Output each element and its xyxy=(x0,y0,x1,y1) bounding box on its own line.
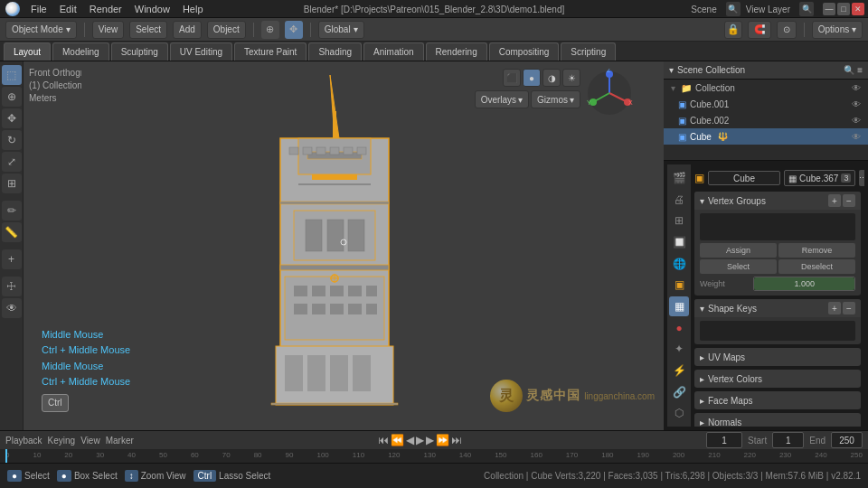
tab-modeling[interactable]: Modeling xyxy=(52,42,109,61)
search-icon[interactable]: 🔍 xyxy=(726,2,741,16)
outliner-filter[interactable]: ≡ xyxy=(857,65,863,75)
material-icon[interactable]: ● xyxy=(669,318,689,338)
outliner-item-cube002[interactable]: ▣ Cube.002 👁 xyxy=(664,112,868,128)
rendered-btn[interactable]: ☀ xyxy=(562,69,580,87)
maximize-btn[interactable]: □ xyxy=(837,3,850,15)
prev-frame-btn[interactable]: ◀ xyxy=(406,434,414,446)
mode-dropdown[interactable]: Object Mode ▾ xyxy=(5,21,77,39)
menu-edit[interactable]: Edit xyxy=(54,2,82,16)
keying-menu[interactable]: Keying xyxy=(48,436,76,446)
menu-render[interactable]: Render xyxy=(84,2,127,16)
gizmo-axes[interactable]: Z X Y xyxy=(585,69,635,118)
current-frame-input[interactable]: 1 xyxy=(706,432,742,448)
face-maps-header[interactable]: ▸Face Maps xyxy=(694,391,861,409)
global-dropdown[interactable]: Global▾ xyxy=(318,21,364,39)
viewport[interactable]: Front Orthographic (Local) (1) Collectio… xyxy=(24,61,664,430)
options-btn[interactable]: Options ▾ xyxy=(812,21,863,39)
next-frame-btn[interactable]: ▶ xyxy=(426,434,434,446)
move-tool-left[interactable]: ✥ xyxy=(2,108,22,128)
viewport-lock[interactable]: 🔒 xyxy=(724,21,742,39)
outliner-search[interactable]: 🔍 xyxy=(844,65,854,75)
output-icon[interactable]: 🖨 xyxy=(669,190,689,210)
marker-menu[interactable]: Marker xyxy=(106,436,134,446)
object-data-icon2[interactable]: ⬡ xyxy=(669,403,689,423)
menu-file[interactable]: File xyxy=(25,2,52,16)
close-btn[interactable]: ✕ xyxy=(852,3,864,15)
mesh-name-input[interactable]: ▦ Cube.367 3 xyxy=(784,170,855,186)
tab-sculpting[interactable]: Sculpting xyxy=(111,42,168,61)
menu-window[interactable]: Window xyxy=(129,2,175,16)
view-search-icon[interactable]: 🔍 xyxy=(799,2,814,16)
cursor-tool[interactable]: ⊕ xyxy=(261,21,279,39)
scene-props-icon[interactable]: 🎬 xyxy=(669,168,689,188)
tab-compositing[interactable]: Compositing xyxy=(489,42,560,61)
menu-help[interactable]: Help xyxy=(177,2,209,16)
move-tool[interactable]: ✥ xyxy=(285,21,303,39)
tab-uv-editing[interactable]: UV Editing xyxy=(170,42,232,61)
constraints-icon[interactable]: 🔗 xyxy=(669,382,689,402)
object-menu[interactable]: Object xyxy=(207,21,246,39)
vg-assign-btn[interactable]: Assign xyxy=(700,243,777,258)
tab-rendering[interactable]: Rendering xyxy=(426,42,487,61)
sk-add-btn[interactable]: + xyxy=(828,302,841,314)
jump-end-btn[interactable]: ⏭ xyxy=(451,434,462,446)
material-preview-btn[interactable]: ◑ xyxy=(542,69,561,87)
extra-btn[interactable]: ⋯ xyxy=(859,170,864,186)
pan-tool[interactable]: ☩ xyxy=(2,277,22,296)
frame-start-input[interactable]: 1 xyxy=(772,432,804,448)
tab-scripting[interactable]: Scripting xyxy=(561,42,616,61)
object-props-icon[interactable]: ▣ xyxy=(669,275,689,295)
play-btn[interactable]: ▶ xyxy=(416,434,424,446)
minimize-btn[interactable]: — xyxy=(823,3,835,15)
view-layer-icon[interactable]: ⊞ xyxy=(669,211,689,230)
select-menu[interactable]: Select xyxy=(129,21,167,39)
world-icon[interactable]: 🌐 xyxy=(669,254,689,274)
view-menu[interactable]: View xyxy=(92,21,125,39)
look-tool[interactable]: 👁 xyxy=(2,298,22,318)
vertex-groups-header[interactable]: ▾ Vertex Groups + − xyxy=(694,192,861,210)
playback-menu[interactable]: Playback xyxy=(5,436,42,446)
prev-keyframe-btn[interactable]: ⏪ xyxy=(391,434,404,446)
outliner-item-collection[interactable]: ▾ 📁 Collection 👁 xyxy=(664,80,868,96)
object-name-input[interactable] xyxy=(708,171,780,185)
shape-keys-header[interactable]: ▾ Shape Keys + − xyxy=(694,299,861,317)
overlay-dropdown[interactable]: Overlays▾ xyxy=(475,90,529,108)
measure-tool[interactable]: 📏 xyxy=(2,222,22,242)
tab-shading[interactable]: Shading xyxy=(308,42,362,61)
scene-world-icon[interactable]: 🔲 xyxy=(669,232,689,252)
gizmo-dropdown[interactable]: Gizmos▾ xyxy=(531,90,580,108)
snap-btn[interactable]: 🧲 xyxy=(748,21,771,39)
frame-end-input[interactable]: 250 xyxy=(831,432,863,448)
proportional-edit[interactable]: ⊙ xyxy=(777,21,797,39)
timeline-track[interactable]: 0102030405060708090100110120130140150160… xyxy=(0,449,868,463)
vg-remove2-btn[interactable]: Remove xyxy=(778,243,855,258)
physics-icon[interactable]: ⚡ xyxy=(669,361,689,380)
particles-icon[interactable]: ✦ xyxy=(669,339,689,359)
jump-start-btn[interactable]: ⏮ xyxy=(378,434,389,446)
scale-tool-left[interactable]: ⤢ xyxy=(2,152,22,172)
next-keyframe-btn[interactable]: ⏩ xyxy=(436,434,449,446)
transform-tool-left[interactable]: ⊞ xyxy=(2,174,22,193)
tab-animation[interactable]: Animation xyxy=(363,42,423,61)
vg-select-btn[interactable]: Select xyxy=(700,259,777,274)
vg-add-btn[interactable]: + xyxy=(828,194,841,207)
outliner-item-cube001[interactable]: ▣ Cube.001 👁 xyxy=(664,96,868,112)
mesh-data-icon[interactable]: ▦ xyxy=(669,296,689,316)
vertex-colors-header[interactable]: ▸Vertex Colors xyxy=(694,370,861,388)
solid-btn[interactable]: ● xyxy=(523,69,541,87)
view-menu-tl[interactable]: View xyxy=(80,436,100,446)
playhead[interactable] xyxy=(5,449,7,463)
sk-remove-btn[interactable]: − xyxy=(843,302,855,314)
outliner-item-cube[interactable]: ▣ Cube 🔱 👁 xyxy=(664,128,868,145)
vg-remove-btn[interactable]: − xyxy=(843,194,855,207)
tab-texture-paint[interactable]: Texture Paint xyxy=(234,42,307,61)
normals-header[interactable]: ▸Normals xyxy=(694,413,861,427)
tab-layout[interactable]: Layout xyxy=(4,42,51,61)
select-box-tool[interactable]: ⬚ xyxy=(2,65,22,85)
annotate-tool[interactable]: ✏ xyxy=(2,201,22,221)
rotate-tool-left[interactable]: ↻ xyxy=(2,130,22,150)
wireframe-btn[interactable]: ⬛ xyxy=(503,69,521,87)
uv-maps-header[interactable]: ▸UV Maps xyxy=(694,348,861,366)
add-object-tool[interactable]: + xyxy=(2,249,22,269)
cursor-tool-left[interactable]: ⊕ xyxy=(2,87,22,107)
